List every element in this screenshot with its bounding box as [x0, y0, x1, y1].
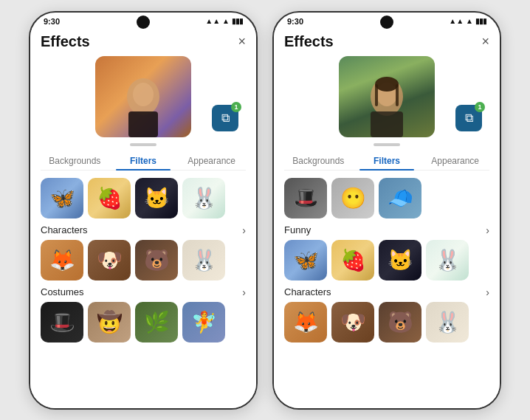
tab-filters-right[interactable]: Filters [353, 152, 421, 170]
svg-point-6 [375, 77, 399, 92]
item-emoji: 🎩 [41, 302, 83, 342]
list-item[interactable]: 🐶 [88, 240, 131, 280]
list-item[interactable]: 🎩 [41, 302, 83, 342]
characters-items-left: 🦊 🐶 🐻 🐰 [41, 240, 246, 280]
funny-arrow-right[interactable]: › [486, 224, 489, 236]
close-button-right[interactable]: × [481, 35, 489, 48]
item-emoji: 🐻 [379, 302, 421, 342]
list-item[interactable]: 🍓 [88, 178, 131, 218]
svg-point-2 [133, 83, 154, 106]
list-item[interactable]: 🤠 [88, 302, 131, 342]
item-emoji: 🌿 [135, 302, 178, 342]
funny-items-right: 🦋 🍓 🐱 🐰 [284, 240, 489, 280]
status-bar-right: 9:30 ▲▲ ▲ ▮▮▮ [274, 13, 500, 27]
signal-icon: ▲▲ [205, 17, 220, 25]
characters-items-right: 🦊 🐶 🐻 🐰 [284, 302, 489, 342]
svg-rect-4 [371, 111, 403, 137]
list-item[interactable]: 🧚 [182, 302, 225, 342]
list-item[interactable]: 🐰 [182, 178, 225, 218]
item-emoji: 🦋 [284, 240, 327, 280]
preview-image-right [339, 56, 435, 137]
item-emoji: 🐰 [182, 178, 225, 218]
list-item[interactable]: 🐰 [426, 302, 469, 342]
item-emoji: 🐱 [135, 178, 178, 218]
list-item[interactable]: 🎩 [284, 178, 327, 218]
close-button-left[interactable]: × [238, 35, 246, 48]
item-emoji: 🐻 [135, 240, 178, 280]
status-icons-left: ▲▲ ▲ ▮▮▮ [205, 17, 243, 25]
signal-icon-right: ▲▲ [449, 17, 464, 25]
costumes-title-left: Costumes [41, 286, 84, 297]
list-item[interactable]: 🐻 [135, 240, 178, 280]
panel-title-right: Effects [284, 33, 334, 50]
list-item[interactable]: 🐰 [426, 240, 469, 280]
list-item[interactable]: 🐱 [379, 240, 421, 280]
left-phone: 9:30 ▲▲ ▲ ▮▮▮ Effects × ⧉ 1 [29, 11, 258, 410]
item-emoji: 🧢 [379, 178, 421, 218]
costumes-header-left: Costumes › [41, 286, 246, 298]
item-emoji: 🐰 [426, 240, 469, 280]
layers-badge-right[interactable]: ⧉ 1 [455, 105, 482, 131]
list-item[interactable]: 😶 [331, 178, 374, 218]
tab-appearance-right[interactable]: Appearance [421, 152, 489, 170]
tab-backgrounds-left[interactable]: Backgrounds [41, 152, 109, 170]
tab-filters-left[interactable]: Filters [109, 152, 178, 170]
list-item[interactable]: 🐶 [331, 302, 374, 342]
layers-icon-right: ⧉ [465, 111, 473, 125]
funny-items-left: 🦋 🍓 🐱 🐰 [41, 178, 246, 218]
tab-backgrounds-right[interactable]: Backgrounds [284, 152, 353, 170]
effects-panel-right: Effects × ⧉ 1 Background [274, 27, 500, 408]
panel-title-left: Effects [41, 33, 90, 50]
characters-arrow-left[interactable]: › [242, 224, 246, 236]
funny-title-right: Funny [284, 224, 311, 235]
costumes-section-left: Costumes › 🎩 🤠 🌿 🧚 [41, 286, 246, 342]
tabs-left: Backgrounds Filters Appearance [41, 152, 246, 171]
characters-header-right: Characters › [284, 286, 489, 298]
layers-badge-left[interactable]: ⧉ 1 [212, 105, 238, 131]
battery-icon-right: ▮▮▮ [475, 17, 486, 25]
list-item[interactable]: 🍓 [331, 240, 374, 280]
characters-section-right: Characters › 🦊 🐶 🐻 🐰 [284, 286, 489, 342]
time-right: 9:30 [287, 17, 303, 26]
wifi-icon-right: ▲ [466, 17, 473, 25]
status-icons-right: ▲▲ ▲ ▮▮▮ [449, 17, 486, 25]
item-emoji: 🐰 [426, 302, 469, 342]
list-item[interactable]: 🦋 [284, 240, 327, 280]
list-item[interactable]: 🌿 [135, 302, 178, 342]
tab-appearance-left[interactable]: Appearance [177, 152, 246, 170]
layers-icon-left: ⧉ [221, 111, 230, 125]
list-item[interactable]: 🦊 [41, 240, 83, 280]
item-emoji: 🤠 [88, 302, 131, 342]
panel-header-left: Effects × [41, 33, 246, 50]
item-emoji: 🎩 [284, 178, 327, 218]
drag-handle-left[interactable] [130, 143, 156, 146]
characters-arrow-right[interactable]: › [486, 286, 489, 298]
list-item[interactable]: 🐱 [135, 178, 178, 218]
costumes-arrow-left[interactable]: › [242, 286, 246, 298]
costumes-items-left: 🎩 🤠 🌿 🧚 [41, 302, 246, 342]
badge-count-right: 1 [475, 102, 485, 112]
face-svg-right [357, 71, 416, 137]
face-svg-left [114, 71, 173, 137]
characters-header-left: Characters › [41, 224, 246, 236]
list-item[interactable]: 🦊 [284, 302, 327, 342]
item-emoji: 😶 [331, 178, 374, 218]
characters-section-left: Characters › 🦊 🐶 🐻 🐰 [41, 224, 246, 280]
notch-right [380, 16, 393, 29]
funny-section-right: Funny › 🦋 🍓 🐱 🐰 [284, 224, 489, 280]
item-emoji: 🍓 [331, 240, 374, 280]
item-emoji: 🐱 [379, 240, 421, 280]
list-item[interactable]: 🐰 [182, 240, 225, 280]
time-left: 9:30 [44, 17, 60, 26]
item-emoji: 🦋 [41, 178, 83, 218]
notch-left [137, 16, 150, 29]
list-item[interactable]: 🦋 [41, 178, 83, 218]
list-item[interactable]: 🐻 [379, 302, 421, 342]
preview-area-left: ⧉ 1 [41, 56, 246, 137]
drag-handle-right[interactable] [374, 143, 400, 146]
list-item[interactable]: 🧢 [379, 178, 421, 218]
svg-rect-1 [128, 111, 158, 137]
characters-title-right: Characters [284, 286, 331, 297]
status-bar-left: 9:30 ▲▲ ▲ ▮▮▮ [30, 13, 256, 27]
item-emoji: 🐶 [331, 302, 374, 342]
